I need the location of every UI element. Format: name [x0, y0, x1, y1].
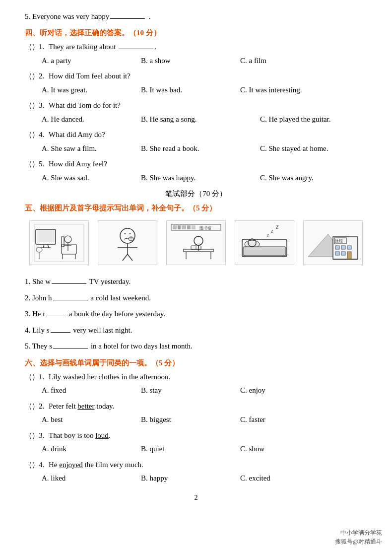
svg-rect-54 — [347, 252, 351, 259]
paren: （ — [25, 400, 32, 413]
fill-q1: 1. She w TV yesterday. — [25, 275, 367, 289]
svg-text:z: z — [266, 232, 269, 238]
svg-text:z: z — [270, 227, 273, 234]
option-b: B. It was bad. — [141, 84, 240, 97]
svg-rect-50 — [341, 246, 345, 249]
fill-q2: 2. John h a cold last weekend. — [25, 291, 367, 305]
option-b: B. a show — [141, 55, 240, 68]
page-number: 2 — [25, 494, 367, 502]
option-a: A. fixed — [42, 384, 141, 397]
section4-q4-options: A. She saw a film. B. She read a book. C… — [42, 142, 367, 155]
svg-point-15 — [120, 228, 135, 243]
image-tv — [29, 220, 89, 265]
paren: （ — [25, 129, 32, 141]
svg-text:旅馆: 旅馆 — [335, 239, 343, 243]
fill-q5: 5. They s in a hotel for two days last m… — [25, 339, 367, 353]
image-sleeping: z z z — [235, 220, 294, 265]
q-text: What did Tom do for it? — [49, 99, 367, 112]
svg-line-4 — [48, 244, 49, 248]
images-row: 图书馆 z z z — [25, 218, 367, 268]
section6-q1: （ ） 1. Lily washed her clothes in the af… — [25, 371, 367, 384]
svg-line-22 — [123, 254, 128, 261]
fill-q3: 3. He r a book the day before yesterday. — [25, 307, 367, 321]
watermark-line1: 中小学满分学苑 — [335, 528, 382, 537]
svg-rect-51 — [347, 246, 351, 249]
option-a: A. She was sad. — [42, 172, 141, 185]
paren-close: ） — [32, 429, 39, 442]
paren: （ — [25, 158, 32, 171]
svg-rect-2 — [37, 230, 55, 242]
svg-rect-26 — [178, 225, 181, 229]
svg-rect-7 — [62, 237, 64, 247]
option-a: A. drink — [42, 443, 141, 456]
svg-text:图书馆: 图书馆 — [199, 226, 211, 230]
paren: （ — [25, 429, 32, 442]
svg-rect-52 — [335, 252, 339, 255]
section4-q2-options: A. It was great. B. It was bad. C. It wa… — [42, 84, 367, 97]
option-a: A. She saw a film. — [42, 142, 141, 155]
option-b: B. stay — [141, 384, 240, 397]
section4-q3: （ ） 3. What did Tom do for it? — [25, 99, 367, 112]
svg-rect-29 — [192, 225, 196, 229]
option-b: B. quiet — [141, 443, 240, 456]
svg-rect-28 — [187, 225, 191, 229]
option-b: B. He sang a song. — [141, 113, 260, 126]
svg-rect-25 — [173, 225, 177, 229]
option-a: A. best — [42, 414, 141, 426]
q-text: He enjoyed the film very much. — [49, 459, 367, 472]
section4-q5: （ ） 5. How did Amy feel? — [25, 158, 367, 171]
svg-point-14 — [36, 247, 42, 252]
q-text: How did Tom feel about it? — [49, 70, 367, 83]
option-b: B. biggest — [141, 414, 240, 426]
paren-close: ） — [32, 371, 39, 384]
paren-close: ） — [32, 400, 39, 413]
q-num: 1. — [39, 371, 49, 384]
section6-q2: （ ） 2. Peter felt better today. — [25, 400, 367, 413]
paren-close: ） — [32, 459, 39, 472]
section6-q4-options: A. liked B. happy C. excited — [42, 472, 367, 485]
watermark: 中小学满分学苑 搜狐号@对精通斗 — [335, 528, 382, 546]
option-a: A. a party — [42, 55, 141, 68]
pen-section-label: 笔试部分（70 分） — [25, 189, 367, 199]
option-c: C. show — [240, 443, 339, 456]
q-num: 4. — [39, 459, 49, 472]
option-c: C. She stayed at home. — [260, 142, 359, 155]
q-num: 3. — [39, 429, 49, 442]
q-num: 2. — [39, 400, 49, 413]
svg-line-3 — [43, 244, 44, 248]
option-c: C. It was interesting. — [240, 84, 339, 97]
q-text: Peter felt better today. — [49, 400, 367, 413]
q-num: 5. — [39, 158, 49, 171]
image-hotel: 旅馆 — [303, 220, 363, 265]
option-b: B. happy — [141, 472, 240, 485]
svg-rect-27 — [182, 225, 186, 229]
section4-q3-options: A. He danced. B. He sang a song. C. He p… — [42, 113, 367, 126]
option-b: B. She was happy. — [141, 172, 260, 185]
fill-q4: 4. Lily s very well last night. — [25, 323, 367, 338]
image-library: 图书馆 — [166, 220, 226, 265]
paren: （ — [25, 459, 32, 472]
paren-close: ） — [32, 129, 39, 141]
svg-rect-0 — [34, 224, 84, 262]
section4-q2: （ ） 2. How did Tom feel about it? — [25, 70, 367, 83]
svg-rect-49 — [335, 246, 339, 249]
section4-q1: （ ） 1. They are talking about . — [25, 41, 367, 54]
option-c: C. enjoy — [240, 384, 339, 397]
section6-q3: （ ） 3. That boy is too loud. — [25, 429, 367, 442]
section4-q4: （ ） 4. What did Amy do? — [25, 129, 367, 141]
section6-q2-options: A. best B. biggest C. faster — [42, 414, 367, 426]
svg-point-10 — [65, 236, 71, 243]
svg-point-34 — [194, 236, 203, 245]
option-c: C. excited — [240, 472, 339, 485]
svg-text:z: z — [275, 223, 279, 230]
q-num: 3. — [39, 99, 49, 112]
paren: （ — [25, 41, 32, 54]
image-cold — [98, 220, 157, 265]
q-num: 4. — [39, 129, 49, 141]
q-text: That boy is too loud. — [49, 429, 367, 442]
paren: （ — [25, 371, 32, 384]
paren-close: ） — [32, 41, 39, 54]
option-c: C. a film — [240, 55, 339, 68]
section4-q5-options: A. She was sad. B. She was happy. C. She… — [42, 172, 367, 185]
section4-q1-options: A. a party B. a show C. a film — [42, 55, 367, 68]
